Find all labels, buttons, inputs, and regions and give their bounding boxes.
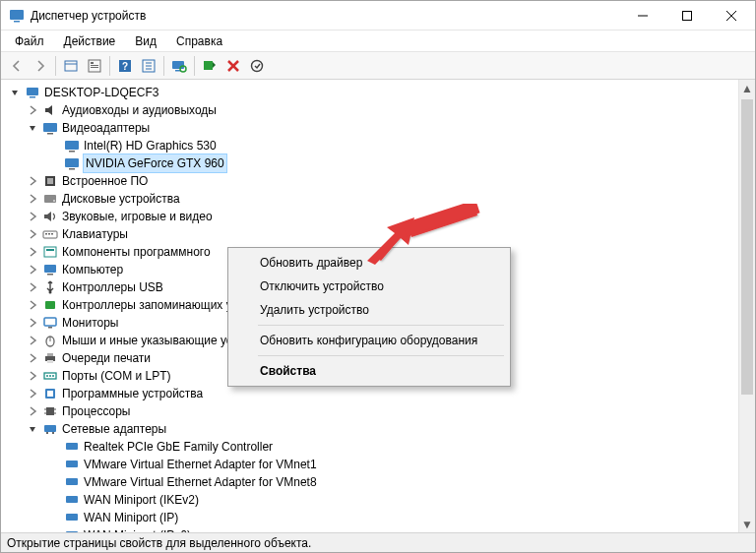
chevron-right-icon[interactable] xyxy=(27,335,38,346)
svg-rect-40 xyxy=(51,233,53,235)
display-icon xyxy=(64,155,80,171)
remove-button[interactable] xyxy=(222,55,244,77)
svg-point-55 xyxy=(46,375,48,377)
svg-rect-66 xyxy=(46,432,48,434)
svg-point-45 xyxy=(49,291,52,294)
chevron-right-icon[interactable] xyxy=(27,352,38,364)
enable-button[interactable] xyxy=(246,55,268,77)
chevron-down-icon[interactable] xyxy=(9,87,21,98)
chevron-right-icon[interactable] xyxy=(27,193,38,205)
chevron-right-icon[interactable] xyxy=(27,246,38,258)
svg-point-56 xyxy=(49,375,51,377)
cm-properties[interactable]: Свойства xyxy=(230,359,508,383)
tree-item-label: Контроллеры USB xyxy=(62,278,163,296)
menu-help[interactable]: Справка xyxy=(168,32,230,50)
forward-button[interactable] xyxy=(30,55,51,77)
tree-device[interactable]: Intel(R) HD Graphics 530 xyxy=(5,137,735,154)
svg-rect-3 xyxy=(682,11,691,20)
print-icon xyxy=(42,350,58,366)
svg-rect-1 xyxy=(14,21,20,23)
show-hidden-button[interactable] xyxy=(60,55,82,77)
svg-rect-72 xyxy=(66,514,78,521)
tree-item-label: Сетевые адаптеры xyxy=(62,420,166,438)
svg-rect-39 xyxy=(48,233,50,235)
tree-item-label: Аудиовходы и аудиовыходы xyxy=(62,101,217,119)
tree-category[interactable]: Процессоры xyxy=(5,402,735,420)
cm-scan-hardware[interactable]: Обновить конфигурацию оборудования xyxy=(230,329,508,352)
menu-view[interactable]: Вид xyxy=(127,32,164,50)
vertical-scrollbar[interactable]: ▲ ▼ xyxy=(738,80,755,532)
chevron-right-icon[interactable] xyxy=(27,104,38,116)
svg-text:?: ? xyxy=(122,61,128,72)
tree-category[interactable]: Сетевые адаптеры xyxy=(5,420,735,438)
chevron-right-icon[interactable] xyxy=(27,264,38,276)
menu-action[interactable]: Действие xyxy=(56,32,124,50)
add-legacy-button[interactable] xyxy=(199,55,220,77)
scroll-down-icon[interactable]: ▼ xyxy=(739,516,755,532)
svg-rect-47 xyxy=(44,318,56,326)
svg-rect-21 xyxy=(204,61,213,70)
chevron-right-icon[interactable] xyxy=(27,175,38,187)
back-button[interactable] xyxy=(6,55,28,77)
scan-button[interactable] xyxy=(168,55,190,77)
chevron-down-icon[interactable] xyxy=(27,122,38,134)
menubar: Файл Действие Вид Справка xyxy=(1,31,755,52)
tree-category[interactable]: Звуковые, игровые и видео xyxy=(5,208,735,225)
tree-category[interactable]: Встроенное ПО xyxy=(5,172,735,190)
tree-device[interactable]: Realtek PCIe GbE Family Controller xyxy=(5,438,735,456)
chevron-right-icon[interactable] xyxy=(27,405,38,417)
chevron-right-icon[interactable] xyxy=(27,388,38,399)
tree-category[interactable]: Видеоадаптеры xyxy=(5,119,735,137)
network-icon xyxy=(64,439,80,455)
tree-category[interactable]: Аудиовходы и аудиовыходы xyxy=(5,101,735,119)
cm-disable-device[interactable]: Отключить устройство xyxy=(230,275,508,298)
content-area: DESKTOP-LDQECF3 Аудиовходы и аудиовыходы… xyxy=(1,80,755,532)
tree-device-selected[interactable]: NVIDIA GeForce GTX 960 xyxy=(5,154,735,172)
svg-rect-28 xyxy=(47,133,53,135)
tree-category[interactable]: Программные устройства xyxy=(5,385,735,402)
tree-item-label: Intel(R) HD Graphics 530 xyxy=(84,137,217,154)
properties-button[interactable] xyxy=(84,55,105,77)
cpu-icon xyxy=(42,403,58,419)
scroll-up-icon[interactable]: ▲ xyxy=(739,80,755,96)
tree-item-label: Клавиатуры xyxy=(62,225,128,243)
tree-device[interactable]: VMware Virtual Ethernet Adapter for VMne… xyxy=(5,473,735,491)
display-icon xyxy=(42,120,58,136)
tree-root[interactable]: DESKTOP-LDQECF3 xyxy=(5,84,735,101)
close-button[interactable] xyxy=(709,1,753,30)
svg-rect-31 xyxy=(65,158,79,167)
chevron-down-icon[interactable] xyxy=(27,423,38,435)
tree-device[interactable]: WAN Miniport (IP) xyxy=(5,509,735,526)
help-button[interactable]: ? xyxy=(114,55,136,77)
svg-rect-34 xyxy=(47,178,53,184)
chevron-right-icon[interactable] xyxy=(27,370,38,382)
chevron-right-icon[interactable] xyxy=(27,317,38,329)
chevron-right-icon[interactable] xyxy=(27,299,38,311)
svg-rect-67 xyxy=(52,432,54,434)
network-icon xyxy=(64,527,80,532)
menu-file[interactable]: Файл xyxy=(7,32,52,50)
chevron-right-icon[interactable] xyxy=(27,281,38,293)
tree-category[interactable]: Дисковые устройства xyxy=(5,190,735,208)
cm-update-driver[interactable]: Обновить драйвер xyxy=(230,251,508,275)
minimize-button[interactable] xyxy=(620,1,664,30)
svg-rect-43 xyxy=(44,265,56,273)
maximize-button[interactable] xyxy=(664,1,709,30)
tree-device[interactable]: WAN Miniport (IPv6) xyxy=(5,526,735,532)
chevron-right-icon[interactable] xyxy=(27,211,38,222)
cm-uninstall-device[interactable]: Удалить устройство xyxy=(230,298,508,322)
usb-icon xyxy=(42,279,58,295)
monitor-icon xyxy=(42,315,58,331)
svg-rect-53 xyxy=(47,360,53,363)
tree-category[interactable]: Клавиатуры xyxy=(5,225,735,243)
chevron-right-icon[interactable] xyxy=(27,228,38,240)
svg-rect-25 xyxy=(27,88,38,95)
tree-device[interactable]: WAN Miniport (IKEv2) xyxy=(5,491,735,509)
svg-rect-0 xyxy=(10,10,24,20)
tree-device[interactable]: VMware Virtual Ethernet Adapter for VMne… xyxy=(5,456,735,473)
tree-item-label: Видеоадаптеры xyxy=(62,119,150,137)
scrollbar-thumb[interactable] xyxy=(741,99,753,395)
refresh-button[interactable] xyxy=(138,55,159,77)
svg-rect-10 xyxy=(91,65,98,66)
svg-rect-26 xyxy=(30,96,35,98)
